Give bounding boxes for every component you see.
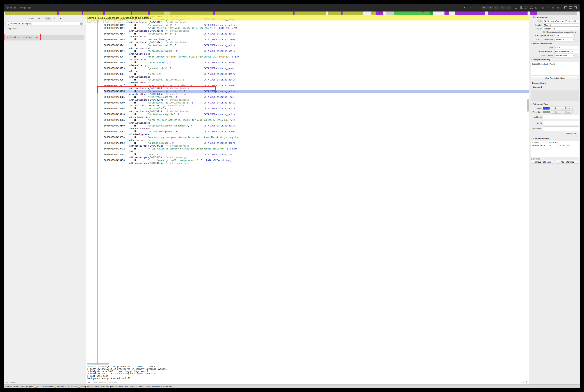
navigation-strip[interactable] xyxy=(4,12,292,15)
nav-strip-segment xyxy=(164,12,170,15)
app-window: Surge.hop ‹ › ↺ ↻ D A C P U movadd xyxy=(4,4,292,196)
asm-label-line[interactable]: aYourLicenseHas: xyxy=(104,52,292,55)
pseudo-code-banner: Leaving Pseudo-Code mode: No procedure a… xyxy=(86,15,292,20)
nav-strip-segment xyxy=(213,12,215,15)
asm-label-line[interactable]: aHttpsnssurgeco_100433450:// aHttpsnssur… xyxy=(104,156,292,159)
nav-strip-segment xyxy=(150,12,164,15)
close-dot-icon xyxy=(7,7,8,8)
minimize-button[interactable] xyxy=(10,6,12,8)
close-button[interactable] xyxy=(7,6,9,8)
asm-data-line[interactable]: 000000010043327fdb"Free trial expires in… xyxy=(104,84,292,87)
nav-strip-segment xyxy=(105,12,131,15)
asm-label-line[interactable]: aHttpsnssurgeco_100433412:// aHttpsnssur… xyxy=(104,144,292,147)
nav-strip-segment xyxy=(4,12,6,15)
asm-data-line[interactable]: 000000010043337adb"You need upgrade your… xyxy=(104,136,292,139)
string-results-list: activation.trial.expired xyxy=(4,31,86,196)
asm-data-line[interactable]: 0000000100433207db"Your license has been… xyxy=(104,55,292,58)
asm-label-line[interactable]: aActivationtria_10043329d:// aActivation… xyxy=(104,87,292,90)
search-icon xyxy=(7,23,9,25)
title-bar: Surge.hop ‹ › ↺ ↻ D A C P U movadd xyxy=(4,4,292,12)
asm-data-line[interactable]: 0000000100433245db"network.error", 0; DA… xyxy=(104,61,292,64)
nav-strip-segment xyxy=(103,12,105,15)
asm-data-line[interactable]: 00000001004331c3db"activation.text.4", 0… xyxy=(104,32,292,35)
asm-data-line[interactable]: 00000001004331f4db"activation.revoked", … xyxy=(104,50,292,52)
search-scope-chevron-icon[interactable]: ▾ xyxy=(10,23,11,24)
nav-strip-segment xyxy=(132,12,148,15)
tag-scope-row[interactable]: ▸ Tag Scope xyxy=(4,26,86,31)
asm-label-line[interactable]: aNetworkerror: xyxy=(104,58,292,61)
asm-data-line[interactable]: 000000010043329ddb"activation.trial.expi… xyxy=(104,90,292,93)
asm-label-line[interactable]: aFreeTrialExpir: xyxy=(104,81,292,84)
asm-label-line[interactable]: aHttpsnssurgeco_100433476:// aHttpsnssur… xyxy=(104,162,292,164)
asm-data-line[interactable]: 000000010043344cdb"%40", 0; DATA XREF=cf… xyxy=(104,153,292,156)
sidebar-tab-[interactable]: ☆ xyxy=(52,16,58,20)
nav-strip-segment xyxy=(131,12,132,15)
asm-label-line[interactable]: aActivationtria: xyxy=(104,76,292,78)
window-title: Surge.hop xyxy=(20,6,31,9)
nav-strip-segment xyxy=(57,12,59,15)
asm-label-line[interactable]: aFreeTrialExpir_1004332b6:// aFreeTrialE… xyxy=(104,93,292,96)
sidebar-tab-[interactable]: ◉ xyxy=(58,16,64,20)
sidebar-tabs: LabelsProc.Str☆◉ xyxy=(4,15,86,21)
asm-data-line[interactable]: 0000000100433349db"activation.account.ma… xyxy=(104,124,292,127)
asm-data-line[interactable]: 00000001004332c9db"activation.trial.not.… xyxy=(104,101,292,104)
asm-label-line[interactable]: aGeneralretry: xyxy=(104,64,292,67)
disclosure-triangle-icon[interactable]: ▸ xyxy=(6,28,7,30)
asm-data-line[interactable]: 00000001004331d5db"recover here", 0; DAT… xyxy=(104,38,292,41)
nav-strip-segment xyxy=(83,12,103,15)
sidebar-tab-str[interactable]: Str xyxy=(45,17,52,20)
asm-data-line[interactable]: 0000000100433194db".\nIn case you lost y… xyxy=(104,26,292,30)
asm-label-line[interactable]: a40: xyxy=(104,150,292,153)
asm-data-line[interactable]: 0000000100433412db"https://nssurge.com/b… xyxy=(104,147,292,150)
asm-label-line[interactable]: aSurgeHasBeenAc: xyxy=(104,116,292,118)
nav-strip-segment xyxy=(59,12,82,15)
asm-label-line[interactable]: aRecoverHere: xyxy=(104,35,292,38)
asm-data-line[interactable]: 0000000100433261db"Retry", 0; DATA XREF=… xyxy=(104,72,292,76)
center-pane: Demo Version aHttpsnssurgeco_100433166:/… xyxy=(86,15,292,196)
asm-label-line[interactable]: aActivationrevo: xyxy=(104,47,292,50)
nav-strip-segment xyxy=(215,12,292,15)
string-list-item[interactable]: activation.trial.expired xyxy=(5,35,84,40)
asm-label-line[interactable]: aActivationcomp_1004332f6:// aActivation… xyxy=(104,110,292,113)
asm-data-line[interactable]: 0000000100433253db"general.retry", 0; DA… xyxy=(104,67,292,70)
asm-label-line[interactable]: aYouNeedUpgrade: xyxy=(104,133,292,136)
asm-label-line[interactable]: aActivationtext_1004331e2:// aActivation… xyxy=(104,41,292,44)
asm-label-line[interactable]: aNotAvailable_1004332e8:// aNotAvailable xyxy=(104,104,292,107)
asm-label-line[interactable]: aActivationtext_100433182:// aActivation… xyxy=(104,21,292,24)
nav-strip-segment xyxy=(170,12,213,15)
disassembly-lines: aHttpsnssurgeco_100433166:// aHttpsnssur… xyxy=(104,15,292,164)
asm-label-line[interactable]: aActivationacco: xyxy=(104,122,292,124)
asm-data-line[interactable]: 0000000100433367db"Account Management", … xyxy=(104,130,292,133)
disassembly-view[interactable]: Demo Version aHttpsnssurgeco_100433166:/… xyxy=(86,15,292,196)
asm-label-line[interactable]: aActivationtria_1004332c9:// aActivation… xyxy=(104,98,292,101)
nav-strip-segment xyxy=(6,12,57,15)
sidebar: LabelsProc.Str☆◉ ▾ ✕ ▸ Tag Scope activat… xyxy=(4,15,86,196)
nav-strip-segment xyxy=(82,12,83,15)
sidebar-tab-proc[interactable]: Proc. xyxy=(36,17,45,20)
asm-label-line[interactable]: aActivationtext_1004331c3:// aActivation… xyxy=(104,30,292,32)
asm-data-line[interactable]: 0000000100433402db"Upgrade License", 0; … xyxy=(104,142,292,144)
asm-data-line[interactable]: 0000000100433182db"activation.text.3", 0… xyxy=(104,24,292,26)
asm-data-line[interactable]: 00000001004332b6db"Free trial expired", … xyxy=(104,96,292,98)
asm-label-line[interactable]: aAccountManagem: xyxy=(104,127,292,130)
asm-data-line[interactable]: 00000001004331e2db"activation.text.5", 0… xyxy=(104,44,292,47)
asm-data-line[interactable]: 0000000100433267db"activation.trial.form… xyxy=(104,78,292,81)
asm-data-line[interactable]: 00000001004332e8db"Not available", 0; DA… xyxy=(104,107,292,110)
segment-guide-line xyxy=(97,15,98,196)
search-field[interactable]: ▾ ✕ xyxy=(6,22,84,26)
nav-strip-segment xyxy=(148,12,150,15)
asm-data-line[interactable]: 00000001004332f6db"activation.complete",… xyxy=(104,113,292,116)
asm-data-line[interactable]: 0000000100433450db"https://nssurge.com/?… xyxy=(104,159,292,162)
search-clear-icon[interactable]: ✕ xyxy=(80,22,83,25)
tag-scope-label: Tag Scope xyxy=(8,28,17,30)
asm-label-line[interactable]: aRetry: xyxy=(104,70,292,72)
asm-data-line[interactable]: 000000010043330adb"Surge has been activa… xyxy=(104,118,292,122)
zoom-button[interactable] xyxy=(14,6,16,8)
sidebar-tab-labels[interactable]: Labels xyxy=(26,17,36,20)
asm-label-line[interactable]: aUpgradeLicense: xyxy=(104,139,292,142)
search-input[interactable] xyxy=(11,22,80,25)
